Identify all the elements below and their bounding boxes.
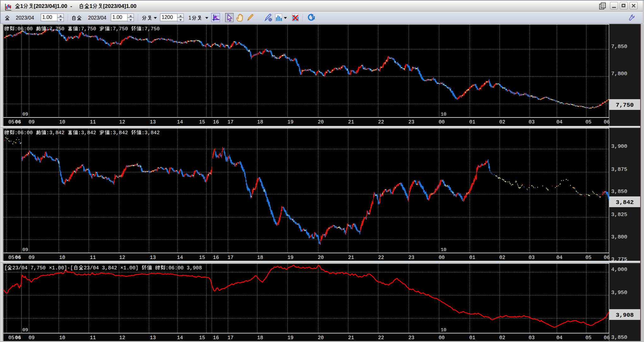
svg-text:09: 09 <box>22 112 28 117</box>
svg-text::3,842: :3,842 <box>78 130 96 136</box>
svg-text:3,850: 3,850 <box>611 334 627 340</box>
svg-text:21: 21 <box>348 255 354 261</box>
svg-text:18: 18 <box>257 335 263 341</box>
svg-text:7,850: 7,850 <box>611 44 627 50</box>
svg-text:3,842: 3,842 <box>616 199 634 206</box>
svg-text:09: 09 <box>28 335 34 341</box>
svg-text:1.00]-[: 1.00]-[ <box>52 265 73 271</box>
svg-text:14: 14 <box>177 119 183 125</box>
svg-text:16: 16 <box>213 255 219 261</box>
svg-text:7,750: 7,750 <box>616 102 634 109</box>
svg-text:23: 23 <box>408 255 414 261</box>
svg-text:09: 09 <box>28 255 34 261</box>
svg-text:-: - <box>70 3 72 9</box>
svg-text:06: 06 <box>15 255 21 261</box>
svg-text:23: 23 <box>408 119 414 125</box>
svg-text:10: 10 <box>441 112 446 117</box>
svg-text:13: 13 <box>150 335 156 341</box>
svg-text:06: 06 <box>604 255 610 261</box>
svg-text:19: 19 <box>287 119 293 125</box>
svg-text:05: 05 <box>585 335 591 341</box>
svg-text:11: 11 <box>90 119 96 125</box>
svg-text:01: 01 <box>469 119 475 125</box>
svg-text:14: 14 <box>177 255 183 261</box>
svg-text:02: 02 <box>499 255 505 261</box>
svg-text:1: 1 <box>20 3 23 9</box>
svg-text:3,800: 3,800 <box>611 234 627 240</box>
svg-text:3,875: 3,875 <box>611 166 627 172</box>
svg-text:18: 18 <box>257 119 263 125</box>
svg-text:17: 17 <box>227 119 233 125</box>
svg-text:06: 06 <box>15 119 21 125</box>
svg-text:00: 00 <box>438 335 444 341</box>
svg-text:01: 01 <box>469 255 475 261</box>
svg-text:17: 17 <box>227 255 233 261</box>
svg-text:[2023/04]1.00: [2023/04]1.00 <box>103 3 136 9</box>
svg-text:1: 1 <box>89 3 92 9</box>
svg-text:22: 22 <box>378 255 384 261</box>
svg-text:×: × <box>120 265 123 271</box>
svg-text:01: 01 <box>469 335 475 341</box>
svg-text:06: 06 <box>604 119 610 125</box>
svg-text:06: 06 <box>604 335 610 341</box>
svg-text:10: 10 <box>59 119 65 125</box>
svg-text:15: 15 <box>199 255 205 261</box>
svg-text:23: 23 <box>408 335 414 341</box>
svg-text:10: 10 <box>441 247 446 253</box>
svg-text:20: 20 <box>318 119 324 125</box>
svg-text::3,842: :3,842 <box>141 130 160 136</box>
svg-text:05: 05 <box>585 119 591 125</box>
svg-text:10: 10 <box>59 255 65 261</box>
svg-text:06: 06 <box>15 335 21 341</box>
svg-text::06:00: :06:00 <box>15 26 33 32</box>
svg-text:20: 20 <box>318 255 324 261</box>
svg-text:16: 16 <box>213 335 219 341</box>
svg-text:12: 12 <box>119 255 125 261</box>
svg-text:09: 09 <box>22 247 28 253</box>
svg-text:02: 02 <box>499 335 505 341</box>
svg-text:03: 03 <box>528 335 534 341</box>
svg-text:12: 12 <box>119 335 125 341</box>
svg-text:2023/04: 2023/04 <box>88 15 106 21</box>
svg-text:12: 12 <box>119 119 125 125</box>
svg-text:09: 09 <box>28 119 34 125</box>
svg-text:23/04 3,842: 23/04 3,842 <box>84 265 117 271</box>
svg-text:03: 03 <box>528 255 534 261</box>
svg-text::7,750: :7,750 <box>110 26 128 32</box>
svg-text:3,900: 3,900 <box>611 143 627 149</box>
svg-text:3,825: 3,825 <box>611 212 627 218</box>
svg-text:R: R <box>312 15 315 20</box>
svg-text::06:00: :06:00 <box>15 130 33 136</box>
svg-text:15: 15 <box>199 119 205 125</box>
svg-text:21: 21 <box>348 119 354 125</box>
svg-text:2023/04: 2023/04 <box>16 15 34 21</box>
svg-text:1.00]: 1.00] <box>123 265 139 271</box>
svg-text:10: 10 <box>441 327 446 333</box>
svg-text:18: 18 <box>257 255 263 261</box>
svg-text:7,800: 7,800 <box>611 71 627 77</box>
svg-text:23/04 7,750: 23/04 7,750 <box>12 265 46 271</box>
svg-text:13: 13 <box>150 255 156 261</box>
svg-text:00: 00 <box>438 119 444 125</box>
svg-text::7,750: :7,750 <box>141 26 160 32</box>
svg-text:1: 1 <box>188 15 191 21</box>
svg-text:[2023/04]1.00: [2023/04]1.00 <box>34 3 67 9</box>
svg-text:15: 15 <box>199 335 205 341</box>
svg-text:4,000: 4,000 <box>611 267 627 273</box>
svg-text:20: 20 <box>318 335 324 341</box>
svg-text:22: 22 <box>378 119 384 125</box>
svg-text:04: 04 <box>556 255 562 261</box>
svg-text:19: 19 <box>287 335 293 341</box>
svg-text:3,850: 3,850 <box>611 189 627 195</box>
svg-text:05: 05 <box>585 255 591 261</box>
svg-text:05: 05 <box>8 255 14 261</box>
svg-text:09: 09 <box>22 327 28 333</box>
svg-text:10: 10 <box>59 335 65 341</box>
svg-text:00: 00 <box>438 255 444 261</box>
svg-text:17: 17 <box>227 335 233 341</box>
svg-text:05: 05 <box>8 119 14 125</box>
svg-text:13: 13 <box>150 119 156 125</box>
svg-text:11: 11 <box>90 255 96 261</box>
svg-text:22: 22 <box>378 335 384 341</box>
svg-text:04: 04 <box>556 335 562 341</box>
